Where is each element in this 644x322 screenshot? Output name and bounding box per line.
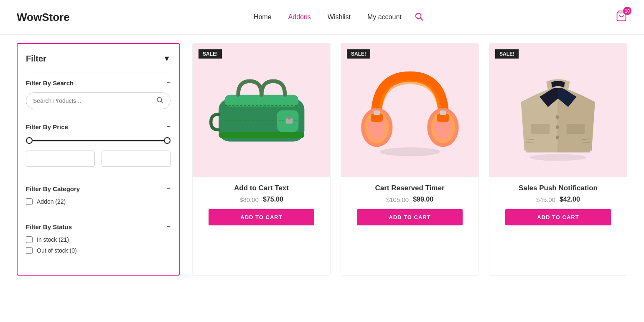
price-max-input[interactable]: 600: [102, 151, 171, 167]
price-new-3: $42.00: [560, 196, 580, 203]
sale-badge-1: SALE!: [199, 49, 222, 59]
product-image-jacket: [504, 58, 612, 163]
product-name-2: Cart Reserved Timer: [348, 184, 472, 192]
nav-addons[interactable]: Addons: [288, 13, 311, 21]
price-new-2: $99.00: [413, 196, 433, 203]
price-slider: [26, 136, 171, 145]
filter-price-header: Filter By Price −: [26, 123, 171, 130]
header: WowStore Home Addons Wishlist My account…: [0, 0, 644, 35]
collapse-status-icon[interactable]: −: [167, 223, 171, 230]
filter-category-title: Filter By Category: [26, 185, 80, 192]
slider-thumb-right[interactable]: [164, 137, 171, 144]
sale-badge-3: SALE!: [495, 49, 519, 59]
add-to-cart-button-3[interactable]: ADD TO CART: [505, 209, 611, 225]
svg-line-4: [161, 101, 163, 103]
price-old-1: $80.00: [239, 196, 259, 203]
product-image-wrapper-3: SALE!: [489, 43, 627, 177]
status-out-of-stock-label: Out of stock (0): [37, 247, 77, 254]
product-image-bag: [203, 54, 320, 167]
price-old-2: $105.00: [386, 196, 409, 203]
slider-thumb-left[interactable]: [26, 137, 33, 144]
sale-badge-2: SALE!: [347, 49, 370, 59]
status-out-of-stock: Out of stock (0): [26, 247, 171, 254]
filter-price-section: Filter By Price − 0 600: [26, 116, 171, 178]
price-range-container: 0 600: [26, 136, 171, 167]
filter-category-section: Filter By Category − Addon (22): [26, 178, 171, 216]
search-box-icon[interactable]: [156, 96, 163, 105]
svg-point-29: [556, 115, 559, 119]
svg-point-15: [380, 147, 440, 156]
product-prices-1: $80.00 $75.00: [199, 196, 323, 203]
status-out-of-stock-checkbox[interactable]: [26, 247, 33, 254]
category-addon: Addon (22): [26, 198, 171, 205]
search-box: [26, 92, 171, 109]
product-name-3: Sales Push Notification: [496, 184, 620, 192]
nav-my-account[interactable]: My account: [367, 13, 402, 21]
collapse-price-icon[interactable]: −: [167, 123, 171, 130]
search-icon: [414, 12, 423, 21]
svg-point-30: [556, 125, 559, 129]
product-card-3: SALE!: [489, 43, 627, 276]
slider-track: [26, 140, 171, 141]
price-new-1: $75.00: [263, 196, 283, 203]
cart-count: 10: [623, 7, 631, 15]
filter-category-header: Filter By Category −: [26, 185, 171, 192]
svg-rect-24: [374, 110, 379, 115]
svg-point-31: [556, 135, 559, 139]
svg-rect-27: [531, 124, 550, 134]
status-in-stock: In stock (21): [26, 236, 171, 243]
price-inputs: 0 600: [26, 151, 171, 167]
status-in-stock-label: In stock (21): [37, 236, 69, 243]
filter-sidebar: Filter ▼ Filter By Search −: [17, 43, 180, 276]
product-image-wrapper-2: SALE!: [341, 43, 479, 177]
product-image-wrapper-1: SALE!: [193, 43, 330, 177]
svg-rect-25: [440, 110, 445, 115]
logo: WowStore: [17, 11, 70, 24]
collapse-category-icon[interactable]: −: [167, 185, 171, 192]
filter-price-title: Filter By Price: [26, 123, 68, 130]
cart-button[interactable]: 10: [616, 10, 627, 24]
price-min-input[interactable]: 0: [26, 151, 95, 167]
category-addon-checkbox[interactable]: [26, 198, 33, 205]
filter-status-title: Filter By Status: [26, 223, 72, 230]
svg-point-26: [529, 154, 587, 161]
filter-search-title: Filter By Search: [26, 79, 74, 87]
collapse-search-icon[interactable]: −: [167, 79, 171, 87]
product-image-headphones: [354, 56, 466, 165]
filter-search-header: Filter By Search −: [26, 79, 171, 87]
main-nav: Home Addons Wishlist My account: [254, 13, 402, 21]
add-to-cart-button-1[interactable]: ADD TO CART: [209, 209, 314, 225]
product-info-3: Sales Push Notification $45.00 $42.00 AD…: [489, 177, 627, 232]
svg-rect-12: [288, 117, 290, 120]
search-icon-button[interactable]: [414, 12, 423, 23]
product-card-1: SALE!: [192, 43, 331, 276]
product-prices-3: $45.00 $42.00: [496, 196, 620, 203]
svg-rect-14: [219, 132, 304, 138]
product-card-2: SALE!: [341, 43, 479, 276]
category-addon-label: Addon (22): [37, 198, 66, 205]
product-info-2: Cart Reserved Timer $105.00 $99.00 ADD T…: [341, 177, 479, 232]
products-grid: SALE!: [192, 43, 627, 276]
filter-header: Filter ▼: [26, 54, 171, 64]
product-info-1: Add to Cart Text $80.00 $75.00 ADD TO CA…: [193, 177, 330, 232]
svg-line-1: [420, 18, 423, 20]
product-name-1: Add to Cart Text: [199, 184, 323, 192]
status-in-stock-checkbox[interactable]: [26, 236, 33, 243]
nav-home[interactable]: Home: [254, 13, 272, 21]
add-to-cart-button-2[interactable]: ADD TO CART: [357, 209, 462, 225]
filter-search-section: Filter By Search −: [26, 72, 171, 116]
price-old-3: $45.00: [536, 196, 555, 203]
filter-status-header: Filter By Status −: [26, 223, 171, 230]
filter-title: Filter: [26, 54, 46, 64]
main-layout: Filter ▼ Filter By Search −: [0, 35, 644, 284]
product-prices-2: $105.00 $99.00: [348, 196, 472, 203]
search-input[interactable]: [33, 97, 153, 104]
filter-funnel-icon: ▼: [163, 54, 171, 63]
filter-status-section: Filter By Status − In stock (21) Out of …: [26, 216, 171, 265]
svg-rect-28: [567, 124, 585, 134]
nav-wishlist[interactable]: Wishlist: [328, 13, 351, 21]
